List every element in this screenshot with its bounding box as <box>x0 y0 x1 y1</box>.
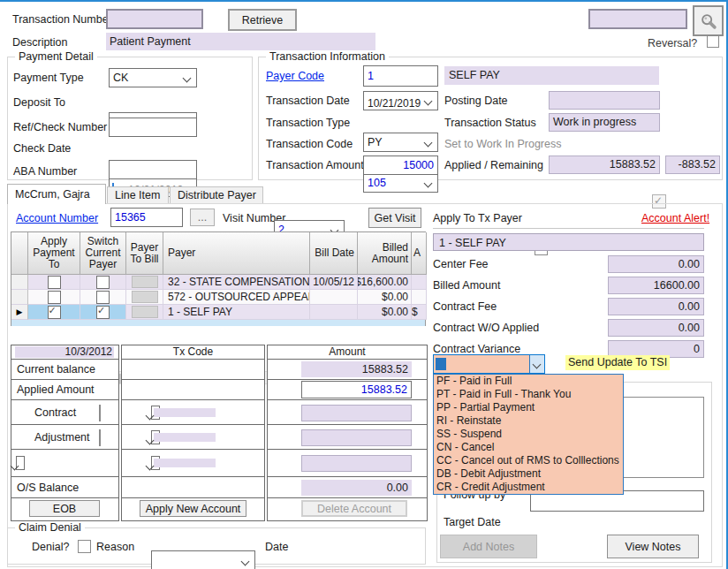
denial-checkbox[interactable] <box>78 540 91 553</box>
search-input[interactable] <box>588 9 687 29</box>
empty-cell <box>122 380 264 400</box>
account-alert-link[interactable]: Account Alert! <box>641 212 709 224</box>
adjustment-txcode-select[interactable] <box>151 430 160 444</box>
col-header-switch-current-payer[interactable]: Switch Current Payer <box>80 232 126 275</box>
apply-payment-checkbox-cell[interactable] <box>28 290 80 305</box>
os-balance-field: 0.00 <box>301 480 412 496</box>
chevron-down-icon <box>424 139 433 148</box>
account-number-link[interactable]: Account Number <box>16 212 98 224</box>
status-option[interactable]: DB - Debit Adjustment <box>434 467 623 481</box>
divider <box>433 228 704 229</box>
switch-payer-checkbox-cell[interactable] <box>80 275 126 290</box>
applied-amount-input[interactable]: 15883.52 <box>301 381 412 398</box>
aba-number-input[interactable] <box>109 160 197 179</box>
tab-mccrum-gajra[interactable]: McCrum, Gajra <box>7 184 106 204</box>
chevron-down-icon <box>183 74 192 83</box>
status-option[interactable]: PP - Partial Payment <box>434 401 623 414</box>
status-option[interactable]: PF - Paid in Full <box>434 375 623 388</box>
extra-txcode-select[interactable] <box>151 456 160 470</box>
empty-cell <box>122 360 264 380</box>
search-button[interactable] <box>693 5 724 36</box>
contract-checkbox[interactable] <box>99 405 101 421</box>
current-balance-value-cell: 15883.52 <box>268 360 427 380</box>
current-row-arrow-icon: ▶ <box>17 307 23 316</box>
checkbox-checked[interactable]: ✓ <box>96 306 110 319</box>
remaining-field: -883.52 <box>665 156 720 174</box>
retrieve-button[interactable]: Retrieve <box>228 9 297 31</box>
adjustment-checkbox[interactable] <box>99 429 101 446</box>
contract-wo-applied-label: Contract W/O Applied <box>433 322 539 335</box>
posting-date-label: Posting Date <box>444 95 508 108</box>
col-header-payer-to-bill[interactable]: Payer To Bill <box>126 232 163 275</box>
get-visit-button[interactable]: Get Visit <box>368 208 421 228</box>
transaction-number-input[interactable] <box>106 9 203 29</box>
checkbox-checked[interactable]: ✓ <box>48 306 61 319</box>
contract-fee-field: 0.00 <box>608 298 704 315</box>
status-option[interactable]: CN - Cancel <box>434 441 623 454</box>
denial-reason-select[interactable] <box>151 550 255 569</box>
eob-cell: EOB <box>11 498 118 520</box>
col-header-bill-date[interactable]: Bill Date <box>310 232 358 275</box>
payer-to-bill-box <box>132 306 158 318</box>
checkbox-unchecked[interactable] <box>96 291 110 304</box>
payer-code-input[interactable]: 1 <box>363 65 438 87</box>
payer-to-bill-box <box>132 291 158 303</box>
status-select[interactable] <box>433 354 545 374</box>
contract-amount-field <box>301 405 412 421</box>
adjustment-txcode-cell <box>122 425 264 450</box>
col-header-apply-payment-to[interactable]: Apply Payment To <box>28 232 80 275</box>
current-row-selector[interactable]: ▶ <box>11 305 28 320</box>
tab-line-item[interactable]: Line Item <box>107 186 169 204</box>
transaction-code-select[interactable]: 105 <box>363 173 438 193</box>
transaction-info-title: Transaction Information <box>266 50 389 63</box>
selected-payer-header: 1 - SELF PAY <box>433 233 704 251</box>
check-date-label: Check Date <box>13 142 71 156</box>
combo-arrow-button[interactable] <box>529 355 544 373</box>
transaction-amount-input[interactable]: 15000 <box>363 156 438 175</box>
posting-date-field <box>549 91 660 110</box>
status-option[interactable]: SS - Suspend <box>434 428 623 441</box>
account-number-input[interactable]: 15365 <box>110 208 183 227</box>
contract-wo-applied-field: 0.00 <box>608 319 704 337</box>
checkbox-unchecked[interactable] <box>48 276 61 289</box>
status-option[interactable]: RI - Reinstate <box>434 414 623 428</box>
chevron-down-icon <box>533 360 542 369</box>
transaction-date-picker[interactable]: 10/21/2019 <box>363 91 438 110</box>
contract-row-cell: Contract <box>11 400 118 425</box>
date-header-cell: 10/3/2012 <box>11 345 118 360</box>
transaction-status-field: Work in progress <box>549 113 660 132</box>
apply-payment-checkbox-cell[interactable] <box>28 275 80 290</box>
account-browse-button[interactable]: ... <box>190 209 215 226</box>
row-selector[interactable] <box>11 290 28 305</box>
transaction-type-label: Transaction Type <box>266 117 350 130</box>
payer-to-bill-cell <box>126 290 163 305</box>
checkbox-unchecked[interactable] <box>96 276 110 289</box>
reversal-checkbox[interactable] <box>707 35 719 48</box>
apply-payment-checkbox-cell[interactable]: ✓ <box>28 305 80 320</box>
row-selector[interactable] <box>11 275 28 290</box>
claim-denial-group: Claim Denial Denial? Reason Date 10/21/2… <box>7 527 426 565</box>
contract-txcode-select[interactable] <box>151 406 160 420</box>
chevron-down-icon <box>11 462 19 471</box>
status-option[interactable]: PT - Paid in Full - Thank You <box>434 388 623 401</box>
switch-payer-checkbox-cell[interactable] <box>80 290 126 305</box>
extra-amount-field <box>301 455 412 472</box>
combo-fill <box>154 459 216 467</box>
center-fee-field: 0.00 <box>608 255 704 273</box>
status-option[interactable]: CR - Credit Adjustment <box>434 481 623 494</box>
switch-payer-checkbox-cell[interactable]: ✓ <box>80 305 126 320</box>
extra-type-select[interactable] <box>16 456 25 470</box>
col-header-billed-amount[interactable]: Billed Amount <box>358 232 412 275</box>
transaction-type-select[interactable]: PY <box>363 133 438 152</box>
denial-date-label: Date <box>265 541 288 554</box>
col-header-payer[interactable]: Payer <box>163 232 310 275</box>
payer-code-link[interactable]: Payer Code <box>266 70 324 82</box>
payment-type-select[interactable]: CK <box>109 68 197 87</box>
apply-new-account-button[interactable]: Apply New Account <box>140 500 246 517</box>
eob-button[interactable]: EOB <box>29 500 100 517</box>
tab-distribute-payer[interactable]: Distribute Payer <box>170 186 263 204</box>
ref-check-number-input[interactable] <box>109 118 197 137</box>
deposit-to-label: Deposit To <box>13 96 65 110</box>
status-option[interactable]: CC - Cancel out of RMS to Colllections <box>434 454 623 467</box>
checkbox-unchecked[interactable] <box>48 291 61 304</box>
